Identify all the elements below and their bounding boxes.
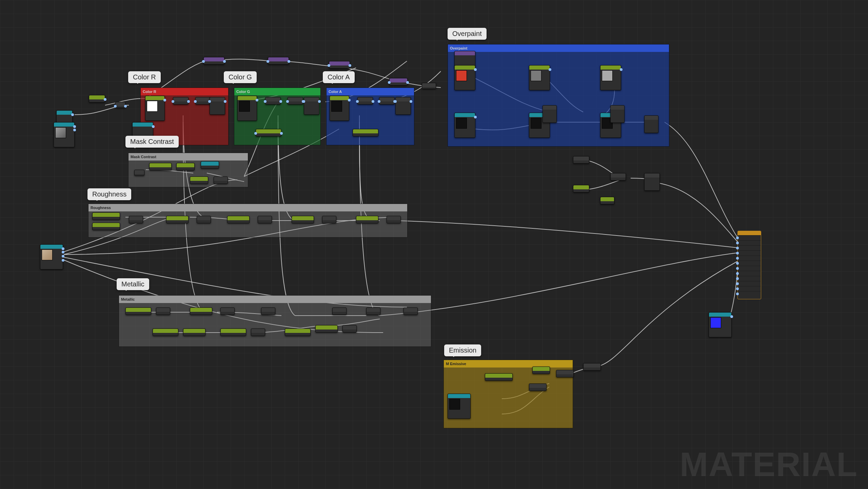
- label-emission: Emission: [444, 344, 481, 356]
- node-metal-b[interactable]: [153, 328, 178, 336]
- node-lerp-op2[interactable]: [610, 105, 625, 123]
- node-tint-g[interactable]: [237, 96, 257, 121]
- node-metal-b7[interactable]: [342, 325, 357, 333]
- node-rough-lo[interactable]: [92, 212, 120, 220]
- node-lerp-op3[interactable]: [644, 115, 658, 133]
- node-texture-sample-main[interactable]: [40, 244, 63, 269]
- node-paintmask-a[interactable]: [454, 113, 475, 138]
- node-multiply-g2[interactable]: [288, 97, 303, 105]
- node-metal-2[interactable]: [190, 307, 212, 315]
- node-rough-7[interactable]: [322, 216, 336, 223]
- node-const-op3[interactable]: [600, 197, 614, 204]
- node-multiply-r1[interactable]: [173, 97, 189, 105]
- node-texture-sample-1[interactable]: [54, 122, 75, 147]
- node-rough-hi[interactable]: [92, 223, 120, 230]
- node-reroute-1[interactable]: [115, 102, 125, 108]
- node-rough-2[interactable]: [166, 216, 189, 223]
- node-multiply-a2[interactable]: [379, 97, 395, 105]
- label-color-r: Color R: [128, 71, 161, 83]
- node-tint-a[interactable]: [330, 96, 349, 121]
- node-mc-4[interactable]: [190, 176, 208, 184]
- node-rough-1[interactable]: [129, 216, 143, 223]
- node-metal-out[interactable]: [403, 307, 418, 315]
- node-emissive-tint[interactable]: [485, 373, 513, 381]
- node-metal-5[interactable]: [332, 307, 347, 315]
- node-material-output[interactable]: [737, 231, 761, 299]
- node-blend-2[interactable]: [268, 57, 289, 64]
- node-rough-6[interactable]: [292, 216, 314, 223]
- node-cheapcontrast-a[interactable]: [353, 129, 378, 136]
- node-metal-3[interactable]: [220, 307, 235, 315]
- node-emissive-out[interactable]: [583, 363, 601, 371]
- node-mc-5[interactable]: [214, 176, 228, 184]
- node-const-op1[interactable]: [573, 156, 589, 164]
- node-paintcolor-c[interactable]: [600, 65, 621, 90]
- node-mc-in[interactable]: [134, 170, 144, 176]
- node-paintcolor-a[interactable]: [454, 65, 475, 90]
- node-paintcolor-b[interactable]: [529, 65, 550, 90]
- label-metallic: Metallic: [117, 278, 149, 290]
- node-blend-4[interactable]: [389, 78, 408, 86]
- node-multiply-a1[interactable]: [357, 97, 373, 105]
- node-normal[interactable]: [709, 312, 732, 337]
- node-roughness-param[interactable]: [89, 95, 105, 102]
- node-lerp-final[interactable]: [644, 173, 660, 191]
- comment-metallic[interactable]: Metallic: [119, 295, 431, 347]
- node-lerp-g[interactable]: [304, 97, 319, 115]
- node-reroute-top[interactable]: [422, 83, 436, 89]
- node-metal-b6[interactable]: [315, 325, 338, 333]
- node-rough-4[interactable]: [227, 216, 250, 223]
- node-metal-a[interactable]: [125, 307, 151, 315]
- node-metal-b2[interactable]: [183, 328, 205, 336]
- node-multiply-g1[interactable]: [265, 97, 281, 105]
- node-rough-3[interactable]: [197, 216, 211, 223]
- label-color-g: Color G: [224, 71, 257, 83]
- comment-overpaint[interactable]: Overpaint: [448, 44, 669, 147]
- label-mask-contrast: Mask Contrast: [125, 136, 179, 148]
- node-metal-b3[interactable]: [220, 328, 246, 336]
- node-lerp-a[interactable]: [395, 97, 411, 115]
- node-metal-4[interactable]: [261, 307, 275, 315]
- node-metal-6[interactable]: [366, 307, 380, 315]
- node-const-op2[interactable]: [573, 185, 589, 192]
- node-lerp-op1[interactable]: [542, 105, 557, 123]
- node-mc-1[interactable]: [149, 163, 172, 170]
- node-rough-8[interactable]: [356, 216, 378, 223]
- node-metal-b5[interactable]: [285, 328, 311, 336]
- node-blend-3[interactable]: [329, 61, 350, 69]
- node-metal-1[interactable]: [156, 307, 170, 315]
- node-blend-1[interactable]: [203, 57, 224, 64]
- node-emissive-mul2[interactable]: [556, 370, 574, 377]
- label-color-a: Color A: [323, 71, 355, 83]
- node-mc-3[interactable]: [201, 161, 219, 169]
- node-rough-5[interactable]: [258, 216, 272, 223]
- node-tint-r[interactable]: [145, 96, 165, 121]
- node-cheapcontrast-g[interactable]: [256, 129, 281, 136]
- node-switch-op[interactable]: [610, 173, 626, 181]
- label-roughness: Roughness: [87, 188, 131, 200]
- node-lerp-r[interactable]: [210, 97, 225, 115]
- label-overpaint: Overpaint: [448, 28, 487, 40]
- node-emissive-mul[interactable]: [529, 383, 547, 391]
- node-rough-out[interactable]: [387, 216, 401, 223]
- node-emissive-c[interactable]: [532, 366, 550, 374]
- node-metal-b4[interactable]: [251, 328, 265, 336]
- material-output-title: [738, 231, 761, 235]
- node-emissive-tex[interactable]: [448, 394, 471, 419]
- node-mc-2[interactable]: [176, 163, 195, 170]
